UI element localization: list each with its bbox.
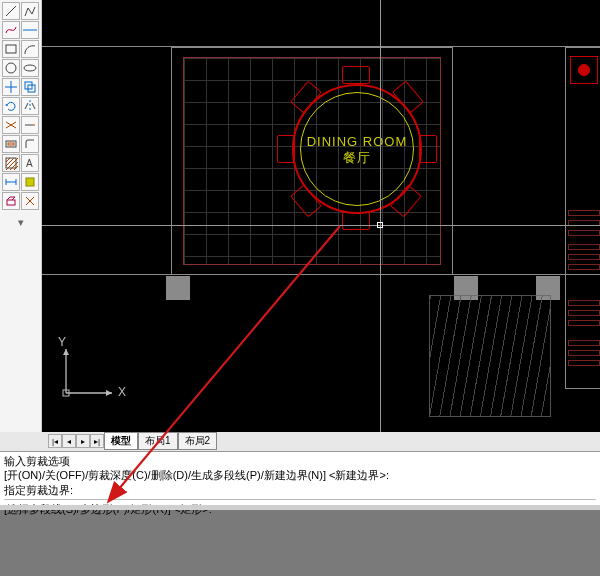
erase-icon[interactable] (2, 192, 20, 210)
tab-last-icon[interactable]: ▸| (90, 434, 104, 448)
pick-box (377, 222, 383, 228)
polyline-icon[interactable] (21, 2, 39, 20)
sheet-tab-bar: |◂ ◂ ▸ ▸| 模型 布局1 布局2 (48, 432, 217, 450)
toolbar-collapse-icon[interactable]: ▾ (2, 216, 39, 229)
xline-icon[interactable] (21, 21, 39, 39)
svg-marker-19 (106, 390, 112, 396)
command-history-line: 输入剪裁选项 (4, 454, 596, 468)
svg-rect-10 (8, 143, 14, 145)
svg-point-3 (6, 63, 16, 73)
tab-prev-icon[interactable]: ◂ (62, 434, 76, 448)
svg-rect-2 (6, 45, 16, 53)
spline-icon[interactable] (2, 21, 20, 39)
block-icon[interactable] (21, 173, 39, 191)
offset-icon[interactable] (2, 135, 20, 153)
trim-icon[interactable] (2, 116, 20, 134)
tab-first-icon[interactable]: |◂ (48, 434, 62, 448)
command-history-line: [开(ON)/关(OFF)/剪裁深度(C)/删除(D)/生成多段线(P)/新建边… (4, 468, 596, 482)
command-history-line: 指定剪裁边界: (4, 483, 596, 497)
rect-icon[interactable] (2, 40, 20, 58)
drawing-canvas[interactable]: DINING ROOM 餐厅 (42, 0, 600, 432)
chair (419, 135, 437, 163)
svg-rect-11 (6, 158, 16, 168)
arc-icon[interactable] (21, 40, 39, 58)
circle-icon[interactable] (2, 59, 20, 77)
hatched-panel (430, 296, 550, 416)
crosshair-vertical (380, 0, 381, 432)
status-bar (0, 505, 600, 510)
text-icon[interactable]: A (21, 154, 39, 172)
pillar (166, 276, 190, 300)
tab-layout1[interactable]: 布局1 (138, 432, 178, 450)
crosshair-horizontal (42, 225, 600, 226)
label-en: DINING ROOM (294, 134, 420, 150)
side-hatch-lines (564, 210, 600, 410)
ucs-icon: X Y (56, 335, 136, 418)
explode-icon[interactable] (21, 192, 39, 210)
dim-icon[interactable] (2, 173, 20, 191)
chair (342, 66, 370, 84)
extend-icon[interactable] (21, 116, 39, 134)
dining-table-label: DINING ROOM 餐厅 (294, 134, 420, 167)
side-fixture (570, 56, 598, 84)
fixture-dot-icon (578, 64, 590, 76)
ellipse-icon[interactable] (21, 59, 39, 77)
ucs-x-label: X (118, 385, 126, 399)
copy-icon[interactable] (21, 78, 39, 96)
tab-next-icon[interactable]: ▸ (76, 434, 90, 448)
left-toolbar: A ▾ (0, 0, 42, 432)
svg-rect-17 (7, 200, 15, 205)
tab-layout2[interactable]: 布局2 (178, 432, 218, 450)
hatch-icon[interactable] (2, 154, 20, 172)
rotate-icon[interactable] (2, 97, 20, 115)
chair (277, 135, 295, 163)
fillet-icon[interactable] (21, 135, 39, 153)
tab-model[interactable]: 模型 (104, 432, 138, 450)
label-cn: 餐厅 (294, 150, 420, 166)
wall-line (42, 46, 600, 47)
move-icon[interactable] (2, 78, 20, 96)
svg-line-0 (6, 6, 16, 16)
app-window: A ▾ DINING ROOM 餐厅 (0, 0, 600, 510)
svg-point-4 (24, 65, 36, 71)
wall-line (42, 274, 600, 275)
model-viewport[interactable]: DINING ROOM 餐厅 (42, 0, 600, 432)
line-icon[interactable] (2, 2, 20, 20)
svg-marker-21 (63, 349, 69, 355)
svg-rect-16 (26, 178, 34, 186)
ucs-y-label: Y (58, 335, 66, 349)
svg-text:A: A (26, 158, 33, 169)
tool-palette: A (2, 2, 39, 210)
mirror-icon[interactable] (21, 97, 39, 115)
command-window[interactable]: 输入剪裁选项 [开(ON)/关(OFF)/剪裁深度(C)/删除(D)/生成多段线… (0, 451, 600, 505)
chair (342, 212, 370, 230)
